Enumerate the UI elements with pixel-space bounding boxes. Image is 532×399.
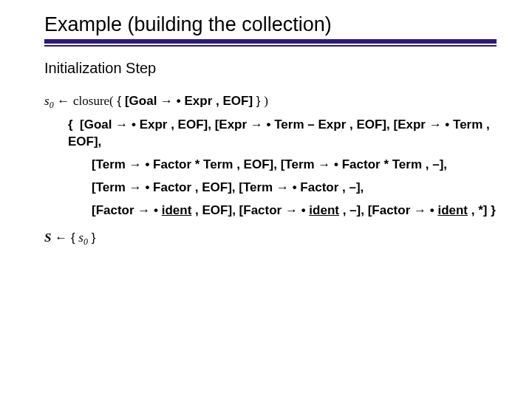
s0-var-2: s	[78, 231, 83, 245]
item-set-line-3: [Term → • Factor , EOF], [Term → • Facto…	[44, 180, 497, 197]
items-last-p4: , *] }	[468, 203, 496, 217]
title-rule-thick	[44, 39, 497, 44]
subhead: Initialization Step	[44, 60, 497, 77]
s0-var: s	[44, 94, 50, 108]
closure-word: closure(	[73, 94, 114, 108]
items-last-p3: , –], [Factor → •	[339, 203, 437, 217]
items-last-p2: , EOF], [Factor → •	[191, 203, 309, 217]
paren-close: )	[264, 94, 268, 108]
title-rule-thin	[44, 45, 497, 47]
set-open: {	[114, 94, 125, 108]
s0-closure-line: s0 ← closure( { [Goal → • Expr , EOF] } …	[44, 93, 497, 111]
s-set-close: }	[88, 231, 95, 245]
ident-3: ident	[437, 203, 468, 217]
assign-arrow: ←	[54, 94, 73, 108]
s-set-open: {	[71, 231, 78, 245]
item-set-line-4: [Factor → • ident , EOF], [Factor → • id…	[44, 202, 497, 219]
s-assign-arrow: ←	[51, 231, 70, 245]
items-open-brace: {	[68, 117, 73, 132]
item-set-line-1: { [Goal → • Expr , EOF], [Expr → • Term …	[44, 117, 497, 151]
set-close: }	[253, 94, 264, 108]
items-row-0: [Goal → • Expr , EOF], [Expr → • Term – …	[68, 117, 490, 149]
ident-2: ident	[309, 203, 339, 217]
ident-1: ident	[162, 203, 192, 217]
s-assign-line: S ← { s0 }	[44, 230, 497, 248]
items-last-p1: [Factor → •	[92, 203, 162, 217]
page-title: Example (building the collection)	[44, 13, 497, 36]
item-set-line-2: [Term → • Factor * Term , EOF], [Term → …	[44, 157, 497, 174]
closure-item: [Goal → • Expr , EOF]	[125, 94, 253, 108]
